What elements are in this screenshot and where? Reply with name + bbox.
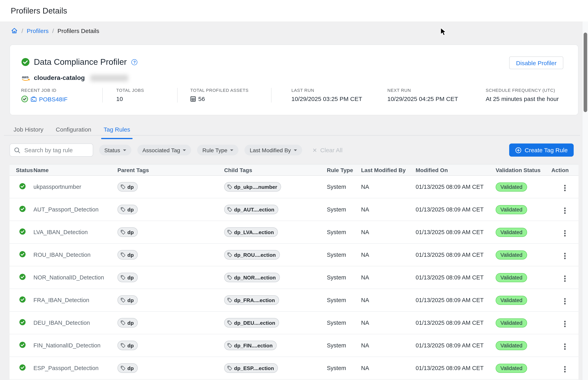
col-last-modified-by: Last Modified By — [361, 167, 416, 173]
tab-tag-rules[interactable]: Tag Rules — [104, 123, 130, 135]
chevron-down-icon — [230, 149, 233, 151]
kebab-menu-button[interactable] — [563, 228, 567, 238]
validation-badge: Validated — [496, 273, 527, 282]
col-child-tags: Child Tags — [224, 167, 327, 173]
job-success-icon — [21, 95, 28, 103]
kebab-menu-button[interactable] — [563, 364, 567, 374]
modified-on: 01/13/2025 08:09 AM CET — [416, 342, 496, 349]
status-success-icon — [19, 251, 26, 258]
modified-on: 01/13/2025 08:09 AM CET — [416, 297, 496, 303]
kebab-menu-button[interactable] — [563, 342, 567, 351]
rule-name: ROU_IBAN_Detection — [33, 252, 117, 258]
filter-associated-tag[interactable]: Associated Tag — [137, 145, 191, 155]
aws-icon: aws — [21, 75, 31, 81]
kebab-menu-button[interactable] — [563, 297, 567, 306]
filter-status[interactable]: Status — [99, 145, 131, 155]
tag-icon — [121, 230, 126, 234]
status-success-icon — [19, 364, 26, 371]
rule-type: System — [327, 274, 361, 281]
home-icon[interactable] — [11, 27, 18, 34]
help-icon[interactable]: ? — [132, 59, 138, 65]
parent-tag-chip: dp — [117, 363, 138, 373]
rule-type: System — [327, 184, 361, 190]
kebab-menu-button[interactable] — [563, 319, 567, 328]
validation-badge: Validated — [496, 341, 527, 350]
last-modified-by: NA — [361, 297, 416, 303]
rule-type: System — [327, 320, 361, 326]
stat-total-profiled-assets: TOTAL PROFILED ASSETS 56 — [178, 88, 272, 103]
kebab-menu-button[interactable] — [563, 183, 567, 192]
clear-all-button[interactable]: ✕ Clear All — [312, 147, 342, 153]
table-row: FRA_IBAN_Detection dp dp_FRA....ection S… — [10, 289, 578, 312]
rule-name: FRA_IBAN_Detection — [33, 297, 117, 303]
assets-count: 56 — [198, 95, 205, 102]
table-header: Status Name Parent Tags Child Tags Rule … — [10, 164, 578, 176]
tab-bar: Job History Configuration Tag Rules — [14, 123, 130, 135]
child-tag-chip: dp_LVA....ection — [224, 227, 278, 237]
rule-name: ukpassportnumber — [33, 184, 117, 190]
parent-tag-chip: dp — [117, 341, 138, 350]
tag-icon — [227, 275, 232, 280]
status-success-icon — [19, 183, 26, 190]
status-success-icon — [19, 319, 26, 325]
col-rule-type: Rule Type — [327, 167, 361, 173]
profilers-details-page: Profilers Details / Profilers / Profiler… — [0, 0, 588, 380]
search-box[interactable] — [10, 144, 93, 157]
table-row: ukpassportnumber dp dp_ukp....number Sys… — [10, 176, 578, 198]
tab-configuration[interactable]: Configuration — [56, 123, 91, 135]
chevron-down-icon — [183, 149, 186, 151]
tag-icon — [227, 230, 232, 234]
tag-icon — [121, 366, 126, 370]
scrollbar-thumb[interactable] — [584, 33, 587, 112]
tag-icon — [121, 275, 126, 280]
last-modified-by: NA — [361, 229, 416, 235]
last-modified-by: NA — [361, 206, 416, 213]
disable-profiler-button[interactable]: Disable Profiler — [509, 57, 563, 69]
scrollbar-track[interactable] — [582, 21, 588, 380]
create-tag-rule-button[interactable]: Create Tag Rule — [509, 144, 574, 157]
stat-total-jobs: TOTAL JOBS 10 — [103, 88, 178, 103]
breadcrumb-current: Profilers Details — [58, 27, 99, 34]
breadcrumb-separator: / — [52, 27, 54, 34]
col-name: Name — [33, 167, 117, 173]
tag-rules-table: Status Name Parent Tags Child Tags Rule … — [10, 164, 578, 380]
page-title: Profilers Details — [11, 6, 67, 15]
last-modified-by: NA — [361, 184, 416, 190]
status-success-icon — [19, 342, 26, 348]
rule-type: System — [327, 206, 361, 213]
status-success-icon — [19, 228, 26, 235]
plus-circle-icon — [515, 147, 522, 153]
table-row: DEU_IBAN_Detection dp dp_DEU....ection S… — [10, 312, 578, 334]
tag-icon — [121, 184, 126, 189]
validation-badge: Validated — [496, 318, 527, 327]
tag-icon — [227, 343, 232, 348]
rule-name: NOR_NationalID_Detection — [33, 274, 117, 281]
validation-badge: Validated — [496, 228, 527, 237]
col-status: Status — [16, 167, 33, 173]
redacted-text — [90, 75, 128, 81]
breadcrumb-link-profilers[interactable]: Profilers — [27, 27, 49, 34]
kebab-menu-button[interactable] — [563, 251, 567, 261]
kebab-menu-button[interactable] — [563, 274, 567, 283]
rule-name: FIN_NationalID_Detection — [33, 342, 117, 349]
child-tag-chip: dp_FIN....ection — [224, 341, 277, 350]
child-tag-chip: dp_NOR....ection — [224, 273, 280, 282]
filter-last-modified-by[interactable]: Last Modified By — [244, 145, 302, 155]
tag-icon — [121, 298, 126, 303]
tab-job-history[interactable]: Job History — [14, 123, 43, 135]
kebab-menu-button[interactable] — [563, 206, 567, 215]
validation-badge: Validated — [496, 182, 527, 191]
rule-name: AUT_Passport_Detection — [33, 206, 117, 213]
recent-job-id-link[interactable]: POBS48IF — [39, 95, 67, 102]
child-tag-chip: dp_FRA....ection — [224, 295, 279, 305]
parent-tag-chip: dp — [117, 295, 138, 305]
rule-type: System — [327, 297, 361, 303]
search-input[interactable] — [23, 146, 104, 154]
parent-tag-chip: dp — [117, 273, 138, 282]
status-success-icon — [19, 296, 26, 303]
assets-table-icon — [190, 96, 196, 102]
stat-last-run: LAST RUN 10/29/2025 03:25 PM CET — [272, 88, 367, 103]
modified-on: 01/13/2025 08:09 AM CET — [416, 320, 496, 326]
filter-rule-type[interactable]: Rule Type — [197, 145, 239, 155]
stat-recent-job-id: RECENT JOB ID POBS48IF — [21, 88, 103, 103]
